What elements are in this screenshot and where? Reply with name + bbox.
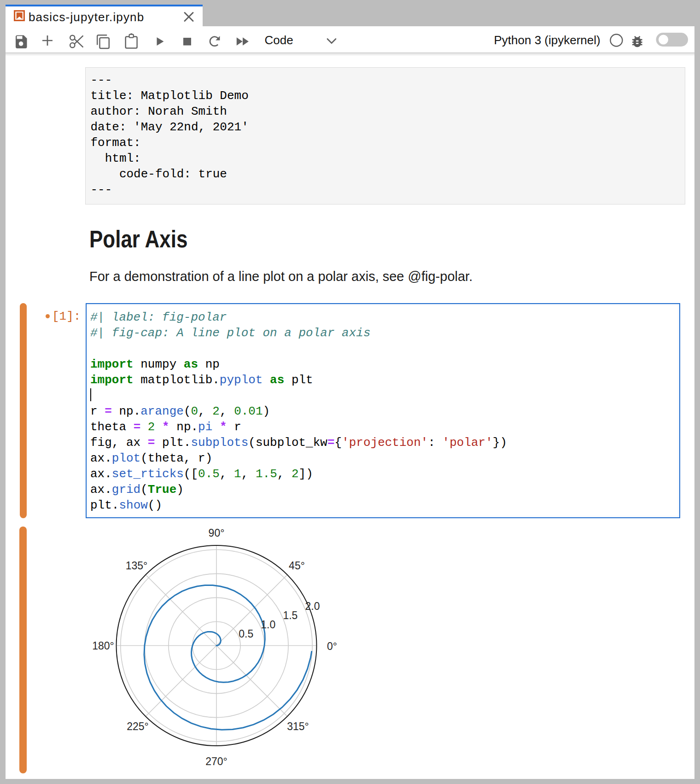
svg-text:0.5: 0.5 <box>239 628 253 640</box>
svg-text:2.0: 2.0 <box>305 600 320 612</box>
svg-text:225°: 225° <box>127 720 149 732</box>
svg-text:45°: 45° <box>289 560 305 572</box>
svg-text:1.0: 1.0 <box>261 619 275 631</box>
svg-text:315°: 315° <box>287 720 309 732</box>
svg-text:180°: 180° <box>92 640 114 652</box>
svg-text:90°: 90° <box>209 527 225 539</box>
svg-text:270°: 270° <box>205 755 228 767</box>
svg-text:135°: 135° <box>126 560 148 572</box>
svg-text:0°: 0° <box>327 640 337 652</box>
svg-text:1.5: 1.5 <box>283 609 298 621</box>
